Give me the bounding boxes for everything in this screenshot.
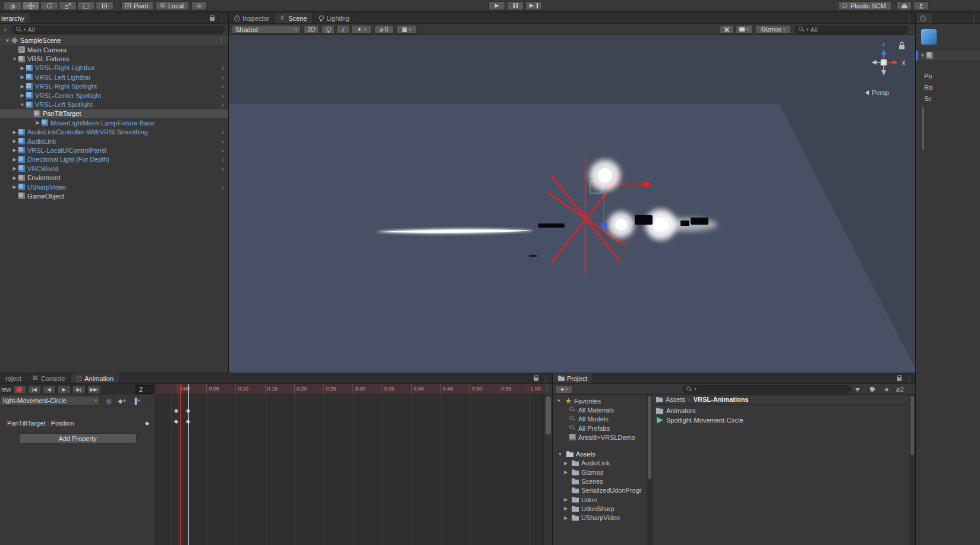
content-scrollbar[interactable] — [909, 395, 915, 545]
favorite-item[interactable]: All Models — [553, 415, 647, 424]
lock-icon[interactable] — [210, 17, 215, 21]
expander-icon[interactable] — [562, 497, 569, 502]
expander-icon[interactable] — [11, 175, 18, 181]
keyframe-diamond[interactable] — [174, 419, 179, 425]
project-folder[interactable]: AudioLink — [553, 459, 647, 468]
scale-tool-button[interactable] — [59, 1, 77, 10]
hierarchy-item[interactable]: AudioLinkController-WithVRSLSmoothing › — [0, 128, 228, 137]
dopesheet[interactable] — [156, 395, 543, 545]
expander-icon[interactable] — [11, 184, 18, 190]
asset-item[interactable]: Spotlight-Movement-Circle — [653, 415, 909, 425]
2d-toggle[interactable]: 2D — [304, 25, 319, 34]
hierarchy-item[interactable]: VRSL-Left Lightbar › — [0, 73, 228, 81]
hierarchy-item[interactable]: AudioLink › — [0, 137, 228, 146]
expander-icon[interactable] — [562, 461, 569, 466]
expander-icon[interactable] — [555, 398, 563, 404]
lock-icon[interactable] — [534, 377, 538, 381]
goto-last-key-button[interactable]: ▶▶ — [87, 385, 100, 394]
hierarchy-item[interactable]: VRSL-Right Spotlight › — [0, 82, 228, 91]
camera-dropdown[interactable]: ▾ — [736, 25, 752, 34]
hierarchy-item[interactable]: USharpVideo › — [0, 182, 228, 191]
add-event-icon[interactable]: ▐+ — [133, 398, 140, 404]
preview-button[interactable]: iew — [1, 386, 11, 393]
prefab-chevron-icon[interactable]: › — [222, 74, 224, 81]
step-button[interactable]: ▶ — [525, 1, 542, 10]
hierarchy-create-dropdown[interactable]: ▾ — [4, 28, 7, 33]
panel-menu-icon[interactable]: ⋮ — [970, 14, 977, 22]
record-button[interactable] — [13, 385, 26, 394]
gizmos-dropdown[interactable]: Gizmos▾ — [755, 25, 791, 34]
property-key-icon[interactable]: ◆ — [145, 420, 149, 426]
cloud-button[interactable] — [896, 1, 912, 10]
keyframe-diamond[interactable] — [174, 408, 179, 414]
hierarchy-item[interactable]: PanTiltTarget › — [0, 109, 228, 118]
prefab-chevron-icon[interactable]: › — [222, 156, 224, 163]
scene-header-row[interactable]: SampleScene ⋮ — [0, 36, 228, 45]
scene-lighting-toggle[interactable] — [322, 25, 335, 34]
project-folder[interactable]: SerializedUdonProgr — [553, 486, 647, 495]
prefab-chevron-icon[interactable]: › — [222, 184, 224, 191]
expander-icon[interactable] — [556, 452, 564, 457]
animation-scrollbar[interactable] — [543, 395, 552, 545]
playhead[interactable] — [188, 384, 189, 545]
view-tab[interactable]: Lighting — [313, 13, 355, 23]
pause-button[interactable] — [507, 1, 524, 10]
draw-mode-dropdown[interactable]: Shaded▾ — [232, 25, 301, 34]
favorites-header[interactable]: Favorites — [553, 396, 647, 405]
panel-menu-icon[interactable]: ⋮ — [543, 374, 549, 382]
prefab-chevron-icon[interactable]: › — [222, 64, 224, 71]
create-asset-button[interactable]: +▾ — [555, 385, 573, 393]
hierarchy-item[interactable]: MoverLightMesh-LampFixture-Base › — [0, 118, 228, 127]
prefab-chevron-icon[interactable]: › — [222, 147, 224, 154]
expander-icon[interactable] — [11, 166, 18, 171]
hierarchy-item[interactable]: GameObject › — [0, 191, 228, 200]
account-button[interactable] — [913, 1, 929, 10]
view-tab[interactable]: Inspector — [229, 13, 275, 23]
foldout-icon[interactable] — [919, 53, 927, 58]
effects-dropdown[interactable]: ✶▾ — [351, 25, 371, 34]
hierarchy-item[interactable]: VRSL Fixtures › — [0, 54, 228, 63]
play-animation-button[interactable]: ▶ — [58, 385, 71, 394]
folder-tree-scrollbar[interactable] — [647, 395, 653, 545]
hidden-count-toggle[interactable]: ⌀2 — [896, 386, 904, 393]
local-toggle[interactable]: Local — [156, 1, 189, 10]
prefab-chevron-icon[interactable]: › — [222, 165, 224, 172]
expander-icon[interactable] — [18, 93, 26, 98]
search-by-label-icon[interactable] — [870, 386, 875, 393]
hierarchy-item[interactable]: Enviorment › — [0, 173, 228, 182]
collapse-icon[interactable] — [4, 38, 11, 43]
scene-menu-icon[interactable]: ⋮ — [218, 37, 225, 45]
expander-icon[interactable] — [11, 157, 18, 162]
assets-root-folder[interactable]: Assets — [553, 449, 647, 458]
tab-inspector-cut[interactable] — [916, 13, 933, 23]
prev-key-button[interactable]: ◀ — [43, 385, 56, 394]
breadcrumb-current[interactable]: VRSL-Animations — [694, 396, 749, 403]
timeline-ruler[interactable]: 0:000:050:100:150:200:250:300:350:400:45… — [156, 384, 543, 395]
hand-tool-button[interactable] — [4, 1, 21, 10]
rotate-tool-button[interactable] — [40, 1, 58, 10]
tab-project[interactable]: Project — [553, 373, 593, 383]
breadcrumb-root[interactable]: Assets — [666, 396, 685, 403]
component-header[interactable] — [916, 50, 980, 61]
expander-icon[interactable] — [11, 138, 18, 144]
expander-icon[interactable] — [18, 102, 26, 108]
pivot-toggle[interactable]: Pivot — [121, 1, 153, 10]
goto-first-key-button[interactable]: |◀ — [28, 385, 41, 394]
project-folder[interactable]: Udon — [553, 495, 647, 504]
bottom-tab[interactable]: roject — [0, 373, 27, 383]
animated-property-row[interactable]: PanTiltTarget : Position ◆ — [0, 418, 155, 429]
frame-input[interactable]: 2 — [136, 385, 153, 394]
hierarchy-item[interactable]: VRSL-Center Spotlight › — [0, 91, 228, 100]
transform-tool-button[interactable] — [96, 1, 114, 10]
inspector-scrollbar[interactable] — [922, 107, 924, 150]
add-keyframe-icon[interactable]: ◆+ — [118, 398, 127, 404]
prefab-chevron-icon[interactable]: › — [222, 101, 224, 108]
expander-icon[interactable] — [562, 470, 569, 475]
plastic-scm-button[interactable]: Plastic SCM — [838, 1, 891, 10]
rect-tool-button[interactable] — [77, 1, 95, 10]
panel-menu-icon[interactable]: ⋮ — [906, 374, 912, 382]
next-key-button[interactable]: ▶| — [73, 385, 86, 394]
expander-icon[interactable] — [18, 84, 26, 89]
project-search-input[interactable]: ▾ — [682, 385, 851, 393]
bottom-tab[interactable]: Animation — [71, 373, 119, 383]
